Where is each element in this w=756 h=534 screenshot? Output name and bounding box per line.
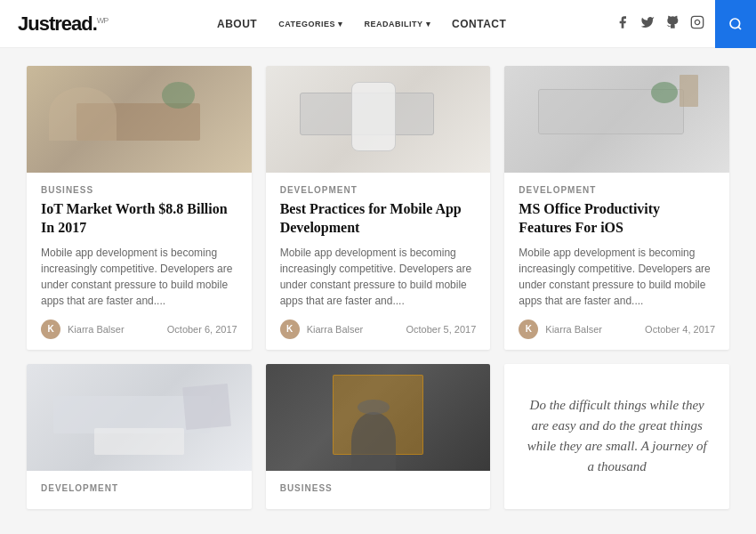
card-excerpt-3: Mobile app development is becoming incre… [519, 245, 715, 309]
main-nav: ABOUT CATEGORIES ▾ READABILITY ▾ CONTACT [217, 18, 506, 30]
chevron-down-icon: ▾ [338, 20, 343, 28]
card-image-2 [266, 66, 491, 173]
nav-categories[interactable]: CATEGORIES ▾ [278, 20, 342, 28]
card-category-2: DEVELOPMENT [280, 185, 477, 195]
article-card-5: BUSINESS [266, 364, 491, 509]
quote-card: Do the difficult things while they are e… [504, 364, 729, 509]
card-body-5: BUSINESS [266, 471, 491, 509]
nav-about[interactable]: ABOUT [217, 18, 257, 30]
main-content: BUSINESS IoT Market Worth $8.8 Billion I… [0, 48, 756, 534]
github-icon[interactable] [665, 15, 680, 33]
card-title-3: MS Office Productivity Features For iOS [519, 200, 715, 238]
author-name-3: Kiarra Balser [545, 324, 602, 335]
nav-readability[interactable]: READABILITY ▾ [365, 20, 431, 28]
card-body-3: DEVELOPMENT MS Office Productivity Featu… [504, 173, 729, 350]
card-meta-2: K Kiarra Balser October 5, 2017 [280, 320, 477, 339]
card-date-2: October 5, 2017 [406, 324, 476, 335]
card-body-1: BUSINESS IoT Market Worth $8.8 Billion I… [27, 173, 252, 350]
site-logo[interactable]: Justread.WP [18, 12, 108, 36]
article-card-3: DEVELOPMENT MS Office Productivity Featu… [504, 66, 729, 350]
card-title-2: Best Practices for Mobile App Developmen… [280, 200, 477, 238]
nav-contact[interactable]: CONTACT [452, 18, 506, 30]
card-title-1: IoT Market Worth $8.8 Billion In 2017 [41, 200, 237, 238]
facebook-icon[interactable] [615, 15, 630, 33]
card-category-4: DEVELOPMENT [41, 483, 237, 493]
svg-point-2 [730, 19, 740, 28]
instagram-icon[interactable] [690, 15, 704, 33]
avatar-3: K [519, 320, 538, 339]
article-card-2: DEVELOPMENT Best Practices for Mobile Ap… [266, 66, 491, 350]
card-body-4: DEVELOPMENT [27, 471, 252, 509]
author-name-1: Kiarra Balser [68, 324, 125, 335]
search-button[interactable] [715, 0, 756, 48]
card-date-3: October 4, 2017 [645, 324, 715, 335]
card-meta-3: K Kiarra Balser October 4, 2017 [519, 320, 715, 339]
card-meta-1: K Kiarra Balser October 6, 2017 [41, 320, 237, 339]
card-category-5: BUSINESS [280, 483, 477, 493]
card-excerpt-1: Mobile app development is becoming incre… [41, 245, 237, 309]
card-grid-row2: DEVELOPMENT BUSINESS Do the difficult th… [27, 364, 729, 509]
avatar-2: K [280, 320, 300, 339]
card-image-5 [266, 364, 491, 471]
card-category-1: BUSINESS [41, 185, 237, 195]
card-image-1 [27, 66, 252, 173]
card-date-1: October 6, 2017 [167, 324, 237, 335]
quote-text: Do the difficult things while they are e… [522, 395, 712, 478]
chevron-down-icon: ▾ [426, 20, 431, 28]
card-category-3: DEVELOPMENT [519, 185, 715, 195]
card-excerpt-2: Mobile app development is becoming incre… [280, 245, 477, 309]
svg-rect-0 [691, 16, 703, 28]
site-header: Justread.WP ABOUT CATEGORIES ▾ READABILI… [0, 0, 756, 48]
svg-line-3 [738, 27, 741, 29]
twitter-icon[interactable] [640, 15, 655, 33]
article-card-4: DEVELOPMENT [27, 364, 252, 509]
card-grid-row1: BUSINESS IoT Market Worth $8.8 Billion I… [27, 66, 729, 350]
card-image-3 [504, 66, 729, 173]
author-name-2: Kiarra Balser [307, 324, 364, 335]
avatar-1: K [41, 320, 60, 339]
article-card-1: BUSINESS IoT Market Worth $8.8 Billion I… [27, 66, 252, 350]
card-body-2: DEVELOPMENT Best Practices for Mobile Ap… [266, 173, 491, 350]
header-social-icons [615, 0, 738, 48]
card-image-4 [27, 364, 252, 471]
